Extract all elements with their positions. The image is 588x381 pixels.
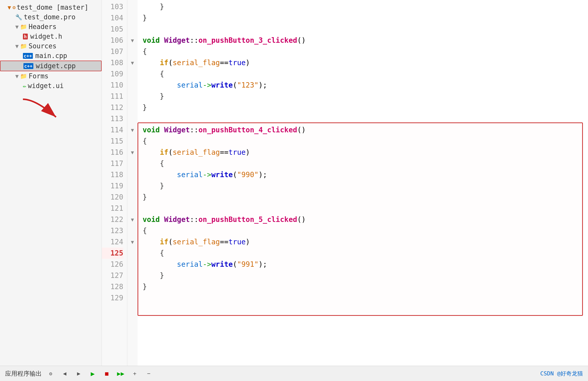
code-line-104: } [143,12,583,24]
code-line-116: if(serial_flag==true) [143,147,583,158]
main-container: ▼ ⚙ test_dome [master] 🔧 test_dome.pro ▼… [0,0,588,366]
code-line-105 [143,24,583,35]
add-btn[interactable]: + [130,369,140,378]
code-line-119: } [143,180,583,192]
fold-125 [127,248,138,259]
line-num-119: 119 [102,180,123,192]
code-line-117: { [143,158,583,169]
remove-btn[interactable]: − [144,369,154,378]
line-num-127: 127 [102,270,123,281]
sidebar-item-forms[interactable]: ▼ 📁 Forms [0,71,102,81]
pro-file-label: test_dome.pro [24,13,76,21]
sidebar-item-widget-h[interactable]: h widget.h [0,32,102,41]
headers-folder-icon: 📁 [20,24,27,30]
run-btn[interactable]: ▶ [88,369,98,378]
fold-118 [127,169,138,180]
fold-123 [127,225,138,236]
code-editor[interactable]: } } void Widget::on_pushButton_3_clicked… [138,0,588,366]
code-line-125: { [143,248,583,259]
fold-122[interactable]: ▼ [127,214,138,225]
debug-btn[interactable]: ▶▶ [116,369,126,378]
main-cpp-label: main.cpp [35,52,67,60]
code-container: 103 104 105 106 107 108 109 110 111 112 … [102,0,588,366]
sources-label: Sources [29,42,57,50]
stop-btn[interactable]: ■ [102,369,112,378]
fold-110 [127,80,138,91]
fold-115 [127,136,138,147]
fold-127 [127,270,138,281]
sidebar-item-headers[interactable]: ▼ 📁 Headers [0,22,102,32]
fold-109 [127,68,138,80]
code-line-115: { [143,136,583,147]
fold-116[interactable]: ▼ [127,147,138,158]
forward-btn[interactable]: ▶ [74,369,84,378]
code-line-126: serial->write("991"); [143,259,583,270]
main-cpp-icon: c++ [23,53,33,59]
headers-label: Headers [29,23,57,31]
line-num-125: 125 [102,248,123,259]
project-icon: ▼ [8,4,11,11]
code-line-106: void Widget::on_pushButton_3_clicked() [143,35,583,46]
code-line-114: void Widget::on_pushButton_4_clicked() [143,124,583,136]
sidebar-item-widget-cpp[interactable]: c++ widget.cpp [0,61,102,71]
line-num-114: 114 [102,124,123,136]
code-line-111: } [143,91,583,102]
forms-expand-icon: ▼ [15,73,19,79]
line-num-110: 110 [102,80,123,91]
fold-126 [127,259,138,270]
line-num-109: 109 [102,68,123,80]
sidebar-item-widget-ui[interactable]: ✏ widget.ui [0,81,102,91]
sidebar: ▼ ⚙ test_dome [master] 🔧 test_dome.pro ▼… [0,0,102,366]
fold-114[interactable]: ▼ [127,124,138,136]
fold-112 [127,102,138,113]
fold-108[interactable]: ▼ [127,57,138,68]
sources-expand-icon: ▼ [15,43,19,49]
h-file-icon: h [23,34,28,39]
sidebar-item-sources[interactable]: ▼ 📁 Sources [0,41,102,51]
watermark: CSDN @好奇龙猫 [540,370,583,377]
line-num-116: 116 [102,147,123,158]
line-num-112: 112 [102,102,123,113]
line-num-126: 126 [102,259,123,270]
line-num-129: 129 [102,292,123,304]
statusbar-right: CSDN @好奇龙猫 [540,370,583,377]
line-num-117: 117 [102,158,123,169]
git-icon: ⚙ [12,4,16,10]
forms-folder-icon: 📁 [20,73,27,79]
pro-file-icon: 🔧 [15,14,22,20]
fold-124[interactable]: ▼ [127,236,138,248]
back-btn[interactable]: ◀ [60,369,70,378]
fold-106[interactable]: ▼ [127,35,138,46]
line-numbers: 103 104 105 106 107 108 109 110 111 112 … [102,0,127,366]
code-line-129 [143,292,583,304]
fold-gutter: ▼ ▼ ▼ ▼ ▼ ▼ [127,0,138,366]
code-line-122: void Widget::on_pushButton_5_clicked() [143,214,583,225]
editor-area: 103 104 105 106 107 108 109 110 111 112 … [102,0,588,366]
line-num-122: 122 [102,214,123,225]
sidebar-item-pro[interactable]: 🔧 test_dome.pro [0,12,102,22]
output-settings-btn[interactable]: ⚙ [46,369,56,378]
widget-ui-label: widget.ui [28,82,64,90]
line-num-113: 113 [102,113,123,124]
fold-104 [127,12,138,24]
code-line-121 [143,203,583,214]
statusbar-left: 应用程序输出 ⚙ ◀ ▶ ▶ ■ ▶▶ + − [5,369,154,378]
ui-file-icon: ✏ [23,83,26,89]
line-num-120: 120 [102,192,123,203]
line-num-128: 128 [102,281,123,292]
line-num-108: 108 [102,57,123,68]
sidebar-item-project[interactable]: ▼ ⚙ test_dome [master] [0,3,102,12]
fold-120 [127,192,138,203]
line-num-123: 123 [102,225,123,236]
code-line-108: if(serial_flag==true) [143,57,583,68]
code-line-107: { [143,46,583,57]
line-num-118: 118 [102,169,123,180]
fold-119 [127,180,138,192]
sidebar-item-main-cpp[interactable]: c++ main.cpp [0,51,102,61]
widget-cpp-icon: c++ [23,63,33,69]
fold-105 [127,24,138,35]
code-line-112: } [143,102,583,113]
line-num-106: 106 [102,35,123,46]
line-num-103: 103 [102,1,123,12]
widget-h-label: widget.h [30,33,62,40]
